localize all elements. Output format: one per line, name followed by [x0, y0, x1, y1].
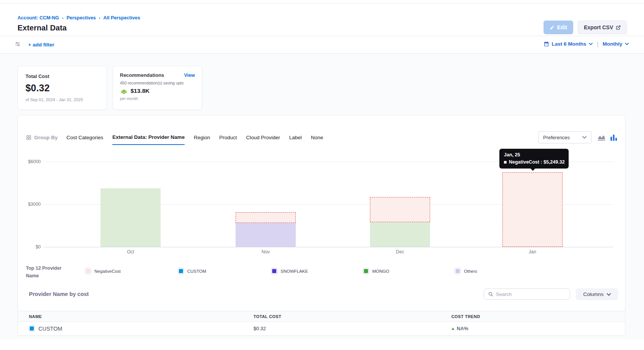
page-title: External Data — [18, 24, 67, 32]
groupby-label-text: Group By — [34, 135, 58, 140]
x-axis-label-nov: Nov — [250, 249, 281, 255]
content-area: Total Cost $0.32 of Sep 01, 2024 - Jan 3… — [0, 54, 644, 339]
y-axis-tick-3000: $3000 — [21, 202, 41, 207]
bar-segment-negativecost-dec[interactable] — [370, 197, 430, 222]
bar-segment-snowflake-nov[interactable] — [236, 223, 296, 247]
calendar-icon — [544, 41, 549, 47]
trend-value: NA% — [457, 326, 468, 331]
recommendations-amount: $13.8K — [131, 88, 150, 94]
row-name-value: CUSTOM — [38, 326, 62, 332]
y-axis-tick-0: $0 — [21, 244, 41, 250]
legend-swatch — [85, 268, 91, 274]
y-axis-tick-6000: $6000 — [21, 159, 41, 164]
add-filter-button[interactable]: + add filter — [28, 42, 54, 48]
recommendations-view-link[interactable]: View — [184, 73, 195, 78]
tab-region[interactable]: Region — [194, 135, 210, 145]
chevron-down-icon — [607, 293, 611, 296]
breadcrumb-account[interactable]: Account: CCM-NG — [18, 15, 59, 21]
columns-button[interactable]: Columns — [576, 288, 618, 300]
tab-product[interactable]: Product — [219, 135, 237, 145]
legend-item-others[interactable]: Others — [455, 268, 477, 274]
legend-item-snowflake[interactable]: SNOWFLAKE — [271, 268, 308, 274]
groupby-label: Group By — [26, 135, 58, 140]
trend-up-icon — [451, 328, 454, 330]
x-axis-label-jan: Jan — [517, 249, 548, 255]
time-separator: | — [597, 41, 598, 47]
legend-title: Top 12 Provider Name — [26, 264, 68, 280]
legend-swatch — [271, 268, 277, 274]
row-total-cost-value: $0.32 — [253, 326, 451, 331]
breadcrumb-separator: › — [99, 16, 100, 20]
area-chart-icon[interactable] — [598, 134, 606, 141]
bar-segment-mongo-dec[interactable] — [370, 222, 430, 247]
chevron-down-icon[interactable] — [625, 43, 629, 45]
granularity-dropdown[interactable]: Monthly — [603, 41, 622, 47]
tab-cloud-provider[interactable]: Cloud Provider — [246, 135, 280, 145]
legend-item-custom[interactable]: CUSTOM — [178, 268, 206, 274]
breadcrumb: Account: CCM-NG › Perspectives › All Per… — [18, 15, 140, 21]
plot-area — [44, 162, 613, 247]
tooltip-title: Jan, 25 — [504, 152, 564, 158]
breadcrumb-perspectives[interactable]: Perspectives — [67, 15, 96, 21]
columns-button-label: Columns — [583, 291, 603, 297]
chevron-down-icon[interactable] — [589, 43, 593, 45]
search-icon — [488, 291, 493, 297]
bar-chart-icon[interactable] — [610, 134, 617, 141]
column-header-cost-trend[interactable]: COST TREND — [451, 314, 625, 319]
table-toolbar: Provider Name by cost Columns — [18, 287, 625, 302]
preferences-dropdown[interactable]: Preferences — [538, 131, 591, 143]
total-cost-label: Total Cost — [26, 73, 99, 79]
bar-segment-negativecost-nov[interactable] — [236, 212, 296, 223]
bar-segment-negativecost-jan[interactable] — [502, 172, 563, 247]
page-header: Account: CCM-NG › Perspectives › All Per… — [0, 3, 644, 36]
recommendations-card: Recommendations View 450 recommendation(… — [113, 66, 202, 110]
external-link-icon — [616, 25, 621, 30]
filter-sliders-icon[interactable] — [14, 41, 21, 48]
tab-cost-categories[interactable]: Cost Categories — [67, 135, 104, 145]
pencil-icon — [550, 25, 555, 30]
legend-swatch — [455, 268, 461, 274]
legend-item-negativecost[interactable]: NegativeCost — [85, 268, 121, 274]
time-range-dropdown[interactable]: Last 6 Months — [552, 41, 587, 47]
table-row[interactable]: CUSTOM $0.32 NA% — [18, 322, 625, 336]
table-title: Provider Name by cost — [29, 291, 89, 297]
search-box[interactable] — [484, 288, 570, 300]
perspective-page: Account: CCM-NG › Perspectives › All Per… — [0, 0, 644, 350]
tab-external-data-provider-name[interactable]: External Data: Provider Name — [112, 134, 185, 145]
total-cost-value: $0.32 — [26, 83, 99, 94]
breadcrumb-separator: › — [62, 16, 64, 20]
total-cost-period: of Sep 01, 2024 - Jan 31, 2025 — [26, 97, 99, 102]
row-color-swatch — [29, 326, 35, 331]
money-icon — [120, 88, 128, 94]
legend-item-mongo[interactable]: MONGO — [363, 268, 389, 274]
legend-swatch — [363, 268, 369, 274]
tab-label[interactable]: Label — [289, 135, 302, 145]
bar-segment-mongo-oct[interactable] — [100, 188, 161, 247]
tooltip-series-bullet — [504, 161, 507, 164]
edit-button[interactable]: Edit — [544, 21, 573, 34]
recommendations-count-text: 450 recommendation(s) saving upto — [120, 81, 195, 85]
preferences-label: Preferences — [543, 135, 570, 140]
chart-type-toggles — [598, 134, 617, 141]
legend-swatch — [178, 268, 184, 274]
table-header-row: NAME TOTAL COST COST TREND — [18, 311, 625, 322]
x-axis-labels: OctNovDecJan — [44, 249, 613, 255]
filter-bar: + add filter Last 6 Months | Monthly — [0, 36, 644, 53]
groupby-row: Group By Cost Categories External Data: … — [26, 130, 617, 144]
groupby-tabs: Cost Categories External Data: Provider … — [67, 134, 324, 141]
chevron-down-icon — [582, 136, 587, 139]
time-controls: Last 6 Months | Monthly — [544, 41, 629, 47]
chart-tooltip: Jan, 25 NegativeCost : $5,249.32 — [499, 149, 569, 169]
column-header-name[interactable]: NAME — [29, 314, 253, 319]
header-actions: Edit Export CSV — [544, 21, 627, 34]
total-cost-card: Total Cost $0.32 of Sep 01, 2024 - Jan 3… — [18, 66, 107, 110]
search-input[interactable] — [496, 291, 566, 297]
tooltip-arrow — [530, 168, 536, 171]
edit-button-label: Edit — [557, 24, 567, 30]
export-csv-button[interactable]: Export CSV — [578, 21, 627, 34]
x-axis-label-oct: Oct — [115, 249, 146, 255]
tab-none[interactable]: None — [311, 135, 323, 145]
tooltip-value: NegativeCost : $5,249.32 — [509, 159, 565, 165]
column-header-total-cost[interactable]: TOTAL COST — [253, 314, 451, 319]
breadcrumb-all-perspectives[interactable]: All Perspectives — [104, 15, 140, 21]
